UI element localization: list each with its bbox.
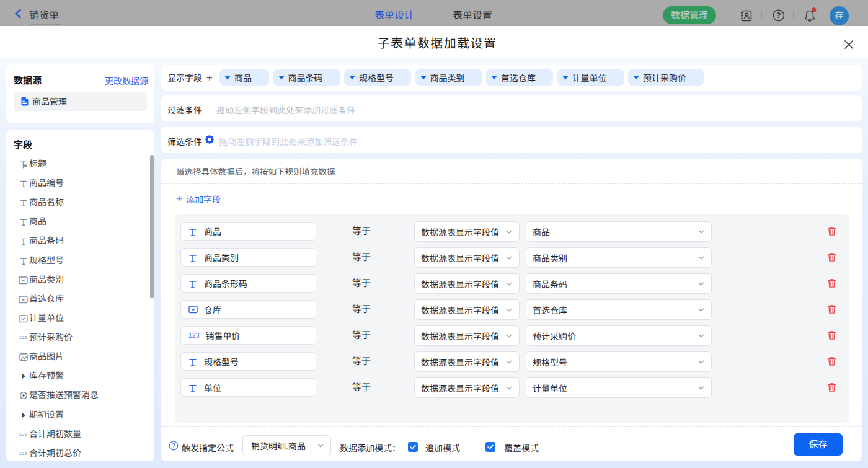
svg-text:?: ? bbox=[172, 443, 175, 449]
svg-text:?: ? bbox=[776, 11, 781, 20]
